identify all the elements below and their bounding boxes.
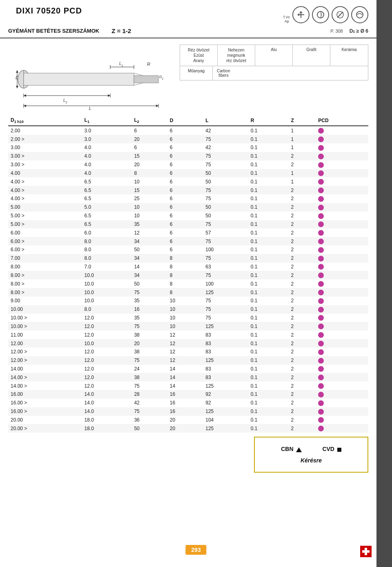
table-cell: 8 (167, 279, 203, 288)
table-cell: 2 (289, 220, 316, 229)
page-number: 293 (185, 545, 206, 555)
pcd-cell (316, 330, 368, 339)
table-cell: 50 (203, 169, 248, 178)
table-cell: 20 (167, 424, 203, 433)
table-cell: 12.00 > (8, 356, 82, 365)
table-cell: 2 (289, 356, 316, 365)
cbn-triangle-icon (296, 447, 302, 452)
table-cell: 8.0 (82, 254, 132, 263)
table-cell: 15 (131, 186, 167, 194)
table-cell: 10.0 (82, 297, 132, 305)
table-cell: 75 (203, 254, 248, 263)
table-cell: 50 (131, 246, 167, 254)
table-cell: 3.0 (82, 135, 132, 143)
table-cell: 10 (167, 314, 203, 322)
table-cell: 12.0 (82, 373, 132, 382)
table-cell: 6 (167, 194, 203, 203)
table-cell: 6 (167, 135, 203, 143)
table-cell: 0.1 (248, 330, 289, 339)
pcd-dot (318, 332, 324, 338)
icon-circle-3 (332, 6, 349, 23)
specifications-table: D1 h10 L1 L2 D L R Z PCD 2.003.066420.11… (8, 116, 368, 433)
pcd-dot (318, 375, 324, 380)
table-row: 4.00 >6.5156750.12 (8, 186, 368, 194)
pcd-cell (316, 297, 368, 305)
mat-cell-carbon: Carbonfibers (213, 66, 234, 80)
d1-label: D₁ ≥ Ø 6 (350, 28, 368, 34)
table-cell: 9.00 (8, 297, 82, 305)
table-cell: 0.1 (248, 373, 289, 382)
col-l: L (203, 116, 248, 126)
table-cell: 6 (167, 126, 203, 135)
table-cell: 34 (131, 271, 167, 279)
pcd-dot (318, 272, 324, 278)
table-cell: 14.0 (82, 407, 132, 416)
table-cell: 0.1 (248, 279, 289, 288)
table-cell: 16 (167, 407, 203, 416)
table-cell: 8.0 (82, 305, 132, 314)
table-row: 14.00 >12.03814830.12 (8, 373, 368, 382)
table-cell: 18.0 (82, 424, 132, 433)
table-cell: 0.1 (248, 246, 289, 254)
table-cell: 50 (131, 424, 167, 433)
table-cell: 92 (203, 399, 248, 407)
table-cell: 0.1 (248, 212, 289, 220)
pcd-dot (318, 341, 324, 346)
table-cell: 42 (131, 399, 167, 407)
cvd-label: CVD (322, 446, 341, 452)
table-cell: 6 (167, 186, 203, 194)
pcd-dot (318, 239, 324, 244)
table-cell: 2 (289, 322, 316, 330)
table-cell: 16.00 (8, 390, 82, 399)
pcd-cell (316, 365, 368, 373)
icon-f-vc-ap: f Vc Ap (283, 16, 290, 23)
pcd-dot (318, 162, 324, 168)
table-cell: 10 (167, 322, 203, 330)
pcd-dot (318, 366, 324, 372)
swiss-flag (360, 546, 372, 559)
table-row: 3.004.066420.11 (8, 143, 368, 152)
pcd-cell (316, 322, 368, 330)
pcd-cell (316, 288, 368, 297)
table-cell: 6 (167, 161, 203, 169)
table-cell: 8.00 > (8, 279, 82, 288)
table-cell: 125 (203, 322, 248, 330)
table-cell: 2 (289, 365, 316, 373)
table-cell: 83 (203, 330, 248, 339)
table-cell: 10 (131, 212, 167, 220)
table-row: 20.00 >18.050201250.12 (8, 424, 368, 433)
table-cell: 0.1 (248, 237, 289, 246)
pcd-cell (316, 373, 368, 382)
table-cell: 0.1 (248, 314, 289, 322)
table-cell: 5.0 (82, 203, 132, 212)
pcd-cell (316, 177, 368, 186)
table-cell: 24 (131, 365, 167, 373)
table-row: 2.003.066420.11 (8, 126, 368, 135)
table-cell: 0.1 (248, 305, 289, 314)
table-cell: 4.00 > (8, 194, 82, 203)
table-cell: 50 (203, 203, 248, 212)
table-cell: 75 (203, 186, 248, 194)
table-row: 4.00 >6.5256750.12 (8, 194, 368, 203)
table-cell: 12.0 (82, 348, 132, 356)
svg-line-27 (134, 83, 143, 85)
table-cell: 12 (131, 228, 167, 237)
col-d1: D1 h10 (8, 116, 82, 126)
table-cell: 2 (289, 297, 316, 305)
table-cell: 10 (167, 297, 203, 305)
col-pcd: PCD (316, 116, 368, 126)
table-cell: 4.00 > (8, 186, 82, 194)
pcd-cell (316, 271, 368, 279)
table-cell: 6 (167, 203, 203, 212)
pcd-cell (316, 246, 368, 254)
table-cell: 14.00 > (8, 373, 82, 382)
table-cell: 8.0 (82, 237, 132, 246)
pcd-dot (318, 290, 324, 295)
pcd-dot (318, 417, 324, 423)
table-cell: 14.0 (82, 390, 132, 399)
table-cell: 6 (167, 152, 203, 161)
table-cell: 75 (131, 322, 167, 330)
pcd-dot (318, 205, 324, 210)
table-cell: 2 (289, 194, 316, 203)
pcd-dot (318, 188, 324, 193)
